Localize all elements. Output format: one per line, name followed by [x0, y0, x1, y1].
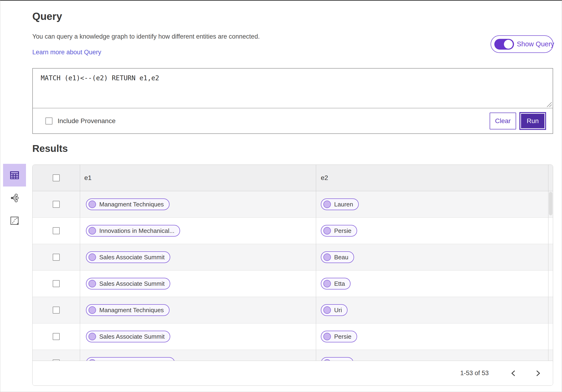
row-scrollbar-gutter	[548, 297, 553, 323]
entity-node-icon	[323, 227, 331, 234]
entity-label: Beau	[334, 254, 349, 261]
e2-entity-pill[interactable]: Etta	[321, 278, 351, 289]
row-e2-cell: Persie	[316, 218, 548, 244]
row-scrollbar-gutter	[548, 350, 553, 361]
e1-entity-pill[interactable]: Sales Associate Summit	[86, 278, 170, 289]
select-all-checkbox[interactable]	[53, 174, 60, 181]
pagination-prev-button[interactable]	[508, 368, 519, 379]
pagination-next-button[interactable]	[533, 368, 543, 379]
column-header-e1: e1	[84, 174, 92, 182]
page-title: Query	[32, 11, 62, 22]
e1-entity-pill[interactable]: Managment Techniques	[86, 304, 170, 316]
chevron-right-icon	[535, 369, 542, 377]
row-checkbox-cell	[33, 191, 80, 218]
header-e2-cell: e2	[316, 165, 548, 191]
entity-node-icon	[89, 227, 96, 234]
e2-entity-pill[interactable]: Persie	[321, 331, 357, 342]
row-checkbox-cell	[33, 218, 80, 244]
row-e1-cell: Sales Associate Summit	[80, 244, 316, 270]
table-header-row: e1 e2	[33, 165, 553, 191]
row-e2-cell: Etta	[316, 271, 548, 297]
row-checkbox[interactable]	[53, 280, 60, 287]
table-row: Innovations in Mechanical Larry	[33, 350, 553, 361]
table-row: Innovations in Mechanical... Persie	[33, 218, 553, 244]
table-row: Sales Associate Summit Etta	[33, 271, 553, 297]
entity-label: Sales Associate Summit	[99, 333, 165, 340]
e1-entity-pill[interactable]: Managment Techniques	[86, 198, 170, 210]
row-e2-cell: Larry	[316, 350, 548, 361]
row-checkbox[interactable]	[53, 359, 60, 361]
run-button-focus-ring: Run	[519, 112, 546, 130]
table-view-button[interactable]	[3, 164, 26, 186]
table-row: Managment Techniques Lauren	[33, 191, 553, 218]
entity-label: Larry	[334, 359, 348, 361]
entity-label: Managment Techniques	[99, 201, 164, 208]
e1-entity-pill[interactable]: Sales Associate Summit	[86, 251, 170, 263]
query-input[interactable]: MATCH (e1)<--(e2) RETURN e1,e2	[33, 69, 553, 108]
table-row: Sales Associate Summit Beau	[33, 244, 553, 271]
row-checkbox-cell	[33, 297, 80, 323]
row-scrollbar-gutter	[548, 271, 553, 297]
row-e2-cell: Persie	[316, 323, 548, 350]
chart-view-icon	[10, 216, 19, 225]
pagination-range-label: 1-53 of 53	[460, 369, 489, 377]
e2-entity-pill[interactable]: Uri	[321, 304, 348, 316]
results-view-switcher	[3, 164, 26, 232]
network-view-button[interactable]	[3, 186, 26, 209]
row-checkbox[interactable]	[53, 201, 60, 208]
table-row: Sales Associate Summit Persie	[33, 323, 553, 350]
entity-node-icon	[89, 280, 96, 287]
row-checkbox-cell	[33, 244, 80, 270]
e2-entity-pill[interactable]: Persie	[321, 225, 357, 237]
query-description: You can query a knowledge graph to ident…	[32, 33, 260, 40]
show-query-label: Show Query	[517, 40, 554, 48]
chart-view-button[interactable]	[3, 209, 26, 232]
row-e1-cell: Innovations in Mechanical...	[80, 218, 316, 244]
entity-node-icon	[323, 201, 331, 208]
e1-entity-pill[interactable]: Innovations in Mechanical	[86, 357, 175, 361]
query-editor: MATCH (e1)<--(e2) RETURN e1,e2	[33, 69, 553, 108]
table-body: Managment Techniques Lauren Innovations …	[33, 191, 553, 361]
entity-node-icon	[323, 254, 331, 261]
clear-button[interactable]: Clear	[490, 113, 516, 129]
show-query-toggle-button[interactable]: Show Query	[491, 35, 553, 53]
vertical-scrollbar-thumb[interactable]	[549, 192, 552, 215]
row-checkbox[interactable]	[53, 227, 60, 234]
row-checkbox[interactable]	[53, 333, 60, 340]
entity-label: Managment Techniques	[99, 307, 164, 314]
row-e2-cell: Beau	[316, 244, 548, 270]
e2-entity-pill[interactable]: Larry	[321, 357, 354, 361]
e2-entity-pill[interactable]: Lauren	[321, 198, 359, 210]
entity-node-icon	[89, 254, 96, 261]
table-row: Managment Techniques Uri	[33, 297, 553, 323]
chevron-left-icon	[510, 369, 517, 377]
row-e2-cell: Uri	[316, 297, 548, 323]
toggle-knob	[504, 40, 513, 49]
include-provenance-checkbox[interactable]	[46, 117, 52, 125]
entity-label: Sales Associate Summit	[99, 254, 165, 261]
entity-node-icon	[323, 306, 331, 314]
row-e1-cell: Sales Associate Summit	[80, 323, 316, 350]
header-scrollbar-gutter	[548, 165, 553, 191]
row-checkbox[interactable]	[53, 254, 60, 261]
row-e1-cell: Sales Associate Summit	[80, 271, 316, 297]
table-pagination-bar: 1-53 of 53	[33, 361, 553, 385]
row-e1-cell: Innovations in Mechanical	[80, 350, 316, 361]
e2-entity-pill[interactable]: Beau	[321, 251, 354, 263]
entity-node-icon	[323, 359, 331, 361]
row-checkbox-cell	[33, 323, 80, 350]
entity-node-icon	[89, 359, 96, 361]
network-view-icon	[10, 193, 19, 203]
learn-more-link[interactable]: Learn more about Query	[32, 49, 101, 56]
row-checkbox[interactable]	[53, 307, 60, 314]
header-checkbox-cell	[33, 165, 80, 191]
results-title: Results	[32, 143, 68, 154]
table-view-icon	[10, 171, 19, 180]
entity-label: Sales Associate Summit	[99, 280, 165, 287]
row-scrollbar-gutter	[548, 244, 553, 270]
run-button[interactable]: Run	[521, 114, 544, 128]
toggle-on-icon[interactable]	[494, 39, 514, 50]
entity-label: Persie	[334, 333, 351, 340]
e1-entity-pill[interactable]: Innovations in Mechanical...	[86, 225, 180, 237]
e1-entity-pill[interactable]: Sales Associate Summit	[86, 331, 170, 342]
